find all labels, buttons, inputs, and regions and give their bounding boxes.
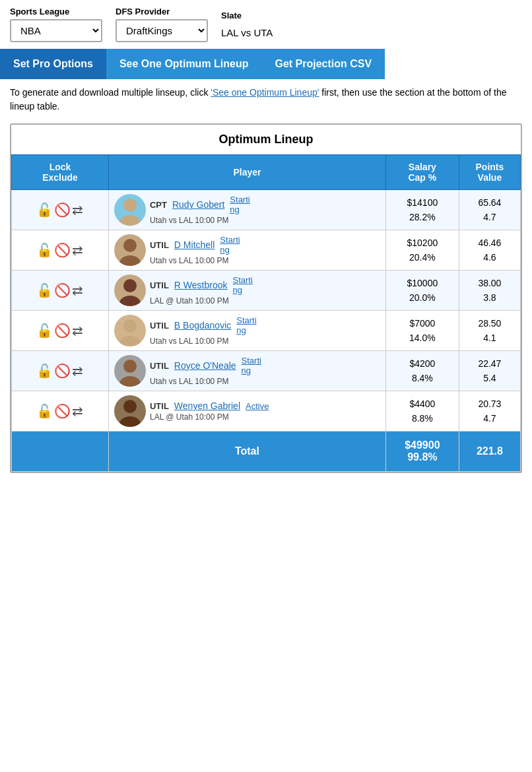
points-cell: 65.644.7: [459, 190, 520, 230]
player-name[interactable]: Rudy Gobert: [172, 199, 224, 210]
lock-exclude-cell: 🔓 🚫 ⇄: [12, 230, 109, 271]
player-cell: UTIL B Bogdanovic Starting Utah vs LAL 1…: [108, 311, 385, 351]
player-avatar: [114, 194, 146, 226]
swap-icon[interactable]: ⇄: [72, 323, 83, 338]
player-status[interactable]: Active: [246, 401, 269, 411]
exclude-icon[interactable]: 🚫: [54, 242, 71, 258]
top-bar: Sports League NBA DFS Provider DraftKing…: [0, 0, 532, 49]
svg-point-4: [123, 279, 137, 292]
exclude-icon[interactable]: 🚫: [54, 202, 71, 218]
salary-cell: $44008.8%: [385, 391, 459, 432]
lock-exclude-cell: 🔓 🚫 ⇄: [12, 391, 109, 432]
svg-point-1: [119, 215, 141, 226]
player-top: UTIL Royce O'Neale Starting: [150, 356, 261, 375]
player-position: UTIL: [150, 280, 169, 290]
player-info: UTIL B Bogdanovic Starting Utah vs LAL 1…: [150, 315, 257, 346]
header-salary-cap: SalaryCap %: [385, 155, 459, 190]
total-row: Total$4990099.8%221.8: [12, 432, 521, 472]
player-top: UTIL R Westbrook Starting: [150, 275, 253, 295]
slate-group: Slate LAL vs UTA: [221, 11, 273, 42]
player-position: CPT: [150, 200, 167, 210]
points-cell: 38.003.8: [459, 271, 520, 311]
lock-icon[interactable]: 🔓: [36, 363, 53, 379]
swap-icon[interactable]: ⇄: [72, 403, 83, 419]
total-salary: $4990099.8%: [385, 432, 459, 472]
dfs-provider-group: DFS Provider DraftKings: [116, 7, 208, 42]
total-lock-cell: [12, 432, 109, 472]
player-cell: UTIL R Westbrook Starting LAL @ Utah 10:…: [108, 271, 385, 311]
lock-icon[interactable]: 🔓: [36, 403, 53, 419]
player-name[interactable]: Royce O'Neale: [174, 360, 236, 371]
see-one-optimum-lineup-button[interactable]: See One Optimum Lineup: [106, 49, 262, 79]
player-name[interactable]: Wenyen Gabriel: [174, 401, 240, 411]
exclude-icon[interactable]: 🚫: [54, 282, 71, 298]
player-inner: UTIL B Bogdanovic Starting Utah vs LAL 1…: [114, 315, 380, 346]
points-cell: 20.734.7: [459, 391, 520, 432]
exclude-icon[interactable]: 🚫: [54, 323, 71, 338]
svg-point-2: [123, 239, 137, 252]
points-cell: 28.504.1: [459, 311, 520, 351]
player-name[interactable]: R Westbrook: [174, 280, 228, 290]
player-game: LAL @ Utah 10:00 PM: [150, 296, 253, 306]
svg-point-7: [119, 336, 141, 346]
slate-value: LAL vs UTA: [221, 23, 273, 42]
player-game: Utah vs LAL 10:00 PM: [150, 256, 240, 265]
swap-icon[interactable]: ⇄: [72, 202, 83, 218]
lock-icon[interactable]: 🔓: [36, 202, 53, 218]
player-name[interactable]: B Bogdanovic: [174, 320, 231, 331]
lock-exclude-cell: 🔓 🚫 ⇄: [12, 351, 109, 391]
player-cell: UTIL D Mitchell Starting Utah vs LAL 10:…: [108, 230, 385, 271]
player-avatar: [114, 355, 146, 387]
player-position: UTIL: [150, 361, 169, 371]
player-cell: UTIL Wenyen Gabriel Active LAL @ Utah 10…: [108, 391, 385, 432]
player-name[interactable]: D Mitchell: [174, 240, 215, 250]
dfs-provider-select[interactable]: DraftKings: [116, 19, 208, 42]
total-label: Total: [108, 432, 385, 472]
player-position: UTIL: [150, 321, 169, 331]
player-status[interactable]: Starting: [233, 275, 253, 295]
lock-exclude-cell: 🔓 🚫 ⇄: [12, 311, 109, 351]
svg-point-8: [123, 360, 137, 373]
set-pro-options-button[interactable]: Set Pro Options: [0, 49, 106, 79]
table-row: 🔓 🚫 ⇄ UTIL Royce O'Neale Starting Utah v…: [12, 351, 521, 391]
player-game: LAL @ Utah 10:00 PM: [150, 412, 269, 422]
svg-point-0: [123, 199, 137, 212]
player-status[interactable]: Starting: [220, 235, 240, 255]
player-top: UTIL D Mitchell Starting: [150, 235, 240, 255]
player-status[interactable]: Starting: [236, 315, 256, 335]
player-avatar: [114, 234, 146, 266]
svg-point-3: [119, 255, 141, 266]
player-avatar: [114, 274, 146, 306]
swap-icon[interactable]: ⇄: [72, 282, 83, 298]
info-text: To generate and download multiple linseu…: [0, 79, 532, 120]
lock-icon[interactable]: 🔓: [36, 242, 53, 258]
player-inner: UTIL Wenyen Gabriel Active LAL @ Utah 10…: [114, 395, 380, 427]
sports-league-label: Sports League: [10, 7, 102, 16]
exclude-icon[interactable]: 🚫: [54, 403, 71, 419]
player-position: UTIL: [150, 240, 169, 250]
button-row: Set Pro Options See One Optimum Lineup G…: [0, 49, 532, 79]
points-cell: 46.464.6: [459, 230, 520, 271]
get-projection-csv-button[interactable]: Get Projection CSV: [261, 49, 385, 79]
salary-cell: $1410028.2%: [385, 190, 459, 230]
exclude-icon[interactable]: 🚫: [54, 363, 71, 379]
player-info: UTIL R Westbrook Starting LAL @ Utah 10:…: [150, 275, 253, 306]
player-info: UTIL D Mitchell Starting Utah vs LAL 10:…: [150, 235, 240, 265]
swap-icon[interactable]: ⇄: [72, 363, 83, 379]
player-info: UTIL Royce O'Neale Starting Utah vs LAL …: [150, 356, 261, 386]
player-inner: UTIL D Mitchell Starting Utah vs LAL 10:…: [114, 234, 380, 266]
table-row: 🔓 🚫 ⇄ UTIL Wenyen Gabriel Active LAL @ U…: [12, 391, 521, 432]
lock-icon[interactable]: 🔓: [36, 323, 53, 338]
see-one-optimum-lineup-link[interactable]: 'See one Optimum Lineup': [211, 87, 319, 98]
player-status[interactable]: Starting: [242, 356, 261, 375]
table-row: 🔓 🚫 ⇄ UTIL B Bogdanovic Starting Utah vs…: [12, 311, 521, 351]
lock-icon[interactable]: 🔓: [36, 282, 53, 298]
swap-icon[interactable]: ⇄: [72, 242, 83, 258]
salary-cell: $42008.4%: [385, 351, 459, 391]
player-status[interactable]: Starting: [230, 195, 249, 214]
total-points: 221.8: [459, 432, 520, 472]
svg-point-9: [119, 376, 141, 387]
sports-league-group: Sports League NBA: [10, 7, 102, 42]
player-cell: CPT Rudy Gobert Starting Utah vs LAL 10:…: [108, 190, 385, 230]
sports-league-select[interactable]: NBA: [10, 19, 102, 42]
